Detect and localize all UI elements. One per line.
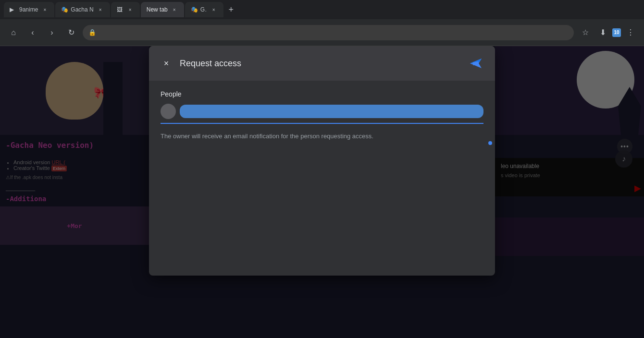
indicator-dot (488, 141, 492, 145)
url-bar[interactable]: 🔒 (83, 25, 574, 40)
tab-close-gach2[interactable]: × (210, 6, 218, 13)
home-button[interactable]: ⌂ (6, 25, 21, 40)
address-bar-actions: ☆ ⬇ 10 ⋮ (578, 25, 638, 40)
extensions-badge[interactable]: 10 (612, 28, 621, 37)
tab-close-img[interactable]: × (126, 6, 134, 13)
modal-overlay: × Request access People (0, 46, 644, 338)
page-area: 🎀 -Gacha Neo version) Android version UR… (0, 46, 644, 338)
modal-header-left: × Request access (159, 56, 241, 71)
tab-gach2[interactable]: 🎭 Gach × (185, 2, 223, 17)
modal-spacer (161, 141, 483, 266)
people-label: People (161, 90, 483, 98)
menu-button[interactable]: ⋮ (623, 25, 638, 40)
bookmark-button[interactable]: ☆ (578, 25, 593, 40)
tab-label-gacha: Gacha N (71, 6, 93, 13)
reload-button[interactable]: ↻ (63, 25, 79, 40)
user-avatar (161, 104, 176, 119)
request-access-modal: × Request access People (149, 46, 495, 276)
tab-bar: ▶ 9anime × 🎭 Gacha N × 🖼 × New tab × 🎭 G… (0, 0, 644, 19)
people-input-blurred[interactable] (180, 105, 483, 118)
people-input-row (161, 104, 483, 124)
modal-header: × Request access (149, 46, 495, 81)
tab-label-9anime: 9anime (19, 6, 38, 13)
tab-close-9anime[interactable]: × (41, 6, 49, 13)
back-button[interactable]: ‹ (25, 25, 40, 40)
tab-favicon-gacha: 🎭 (61, 6, 68, 13)
tab-close-newtab[interactable]: × (171, 6, 178, 13)
tab-label-gach2: Gach (200, 6, 207, 13)
address-bar: ⌂ ‹ › ↻ 🔒 ☆ ⬇ 10 ⋮ (0, 19, 644, 46)
tab-favicon-gach2: 🎭 (191, 6, 198, 13)
modal-close-button[interactable]: × (159, 56, 174, 71)
tab-gacha-n[interactable]: 🎭 Gacha N × (55, 2, 110, 17)
tab-9anime[interactable]: ▶ 9anime × (4, 2, 54, 17)
tab-img[interactable]: 🖼 × (111, 2, 140, 17)
close-icon: × (164, 59, 169, 69)
lock-icon: 🔒 (88, 29, 96, 36)
modal-send-button[interactable] (466, 54, 485, 73)
browser-chrome: ▶ 9anime × 🎭 Gacha N × 🖼 × New tab × 🎭 G… (0, 0, 644, 46)
tab-newtab[interactable]: New tab × (141, 2, 184, 17)
modal-title: Request access (180, 59, 241, 69)
notification-text: The owner will receive an email notifica… (161, 132, 483, 141)
tab-favicon-9anime: ▶ (10, 6, 16, 13)
send-icon (469, 57, 483, 70)
new-tab-button[interactable]: + (224, 3, 238, 16)
download-button[interactable]: ⬇ (595, 25, 610, 40)
tab-close-gacha[interactable]: × (97, 6, 104, 13)
tab-favicon-img: 🖼 (117, 6, 124, 13)
modal-body: People The owner will receive an email n… (149, 81, 495, 276)
forward-button[interactable]: › (44, 25, 60, 40)
tab-label-newtab: New tab (147, 6, 168, 13)
